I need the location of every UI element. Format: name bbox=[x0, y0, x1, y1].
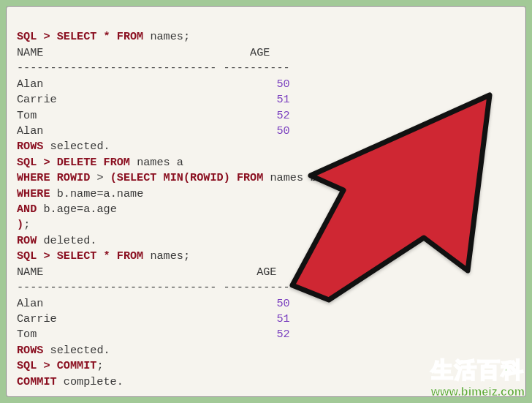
kw-min: MIN bbox=[164, 171, 183, 184]
cell-pad bbox=[43, 78, 276, 91]
ident-names: names bbox=[150, 30, 183, 43]
spacer bbox=[43, 265, 256, 279]
sql-terminal: SQL > SELECT * FROM names; NAME AGE ----… bbox=[6, 6, 526, 397]
prompt-gt: > bbox=[43, 359, 50, 372]
kw-commit: COMMIT bbox=[17, 375, 57, 388]
kw-row: ROW bbox=[17, 234, 37, 247]
cell-age: 52 bbox=[276, 109, 289, 122]
cell-pad bbox=[37, 328, 276, 341]
col-name: NAME bbox=[17, 46, 43, 59]
punct-semi: ; bbox=[183, 30, 190, 43]
kw-select: SELECT bbox=[57, 249, 97, 263]
punct-dot: . bbox=[50, 203, 57, 216]
kw-where: WHERE bbox=[17, 171, 50, 184]
alias-b: b bbox=[57, 187, 64, 200]
op-eq: = bbox=[77, 203, 83, 216]
col-age: AGE bbox=[256, 265, 276, 279]
ident-age: age bbox=[57, 203, 77, 216]
cell-age: 52 bbox=[276, 328, 289, 341]
kw-select: SELECT bbox=[117, 171, 157, 184]
cell-age: 50 bbox=[276, 297, 289, 310]
cell-age: 50 bbox=[276, 78, 289, 91]
cell-age: 51 bbox=[276, 312, 289, 325]
alias-b: b bbox=[310, 171, 316, 184]
cell-name: Alan bbox=[17, 297, 43, 310]
ident-name: name bbox=[70, 187, 96, 200]
msg-deleted: deleted. bbox=[37, 234, 96, 247]
msg-selected: selected. bbox=[43, 344, 110, 357]
kw-where: WHERE bbox=[17, 187, 50, 200]
ident-names: names bbox=[137, 156, 170, 169]
msg-selected: selected. bbox=[43, 140, 110, 153]
col-age: AGE bbox=[250, 46, 270, 59]
kw-select: SELECT bbox=[57, 30, 97, 43]
punct-semi: ; bbox=[183, 249, 190, 263]
kw-from: FROM bbox=[117, 30, 143, 43]
kw-rowid: ROWID bbox=[57, 171, 91, 184]
op-gt: > bbox=[96, 171, 103, 184]
cell-pad bbox=[57, 93, 277, 106]
kw-commit: COMMIT bbox=[57, 359, 97, 372]
kw-rowid: ROWID bbox=[190, 171, 224, 184]
alias-a: a bbox=[104, 187, 110, 200]
spacer bbox=[43, 46, 250, 59]
ident-names: names bbox=[150, 249, 183, 263]
header-dashes: ------------------------------ ---------… bbox=[17, 281, 290, 294]
ident-name: name bbox=[117, 187, 143, 200]
prompt-gt: > bbox=[43, 156, 50, 169]
cell-name: Carrie bbox=[17, 312, 57, 325]
sql-prompt: SQL bbox=[17, 359, 37, 372]
cell-name: Alan bbox=[17, 124, 43, 138]
kw-star: * bbox=[104, 249, 110, 263]
kw-from: FROM bbox=[104, 156, 130, 169]
sql-prompt: SQL bbox=[17, 249, 37, 263]
punct-rparen: ) bbox=[17, 218, 23, 231]
punct-dot: . bbox=[64, 187, 70, 200]
cell-name: Alan bbox=[17, 78, 43, 91]
col-name: NAME bbox=[17, 265, 43, 279]
kw-rows: ROWS bbox=[17, 344, 43, 357]
ident-age: age bbox=[96, 203, 116, 216]
header-dashes: ------------------------------ ---------… bbox=[17, 61, 290, 75]
alias-a: a bbox=[83, 203, 90, 216]
punct-lparen: ( bbox=[183, 171, 190, 184]
alias-b: b bbox=[43, 203, 50, 216]
cell-age: 50 bbox=[276, 124, 289, 138]
kw-rows: ROWS bbox=[17, 140, 43, 153]
ident-names: names bbox=[270, 171, 303, 184]
kw-from: FROM bbox=[237, 171, 263, 184]
msg-complete: complete. bbox=[57, 375, 123, 388]
op-eq: = bbox=[96, 187, 103, 200]
cell-pad bbox=[43, 297, 276, 310]
cell-pad bbox=[37, 109, 276, 122]
kw-and: AND bbox=[17, 203, 37, 216]
sql-prompt: SQL bbox=[17, 30, 37, 43]
prompt-gt: > bbox=[43, 249, 50, 263]
cell-pad bbox=[57, 312, 277, 325]
kw-delete: DELETE bbox=[57, 156, 97, 169]
sql-prompt: SQL bbox=[17, 156, 37, 169]
alias-a: a bbox=[177, 156, 183, 169]
cell-age: 51 bbox=[276, 93, 289, 106]
kw-from: FROM bbox=[117, 249, 143, 263]
punct-lparen: ( bbox=[110, 171, 117, 184]
punct-semi: ; bbox=[96, 359, 103, 372]
cell-name: Carrie bbox=[17, 93, 57, 106]
cell-pad bbox=[43, 124, 276, 138]
punct-semi: ; bbox=[23, 218, 30, 231]
punct-dot: . bbox=[110, 187, 117, 200]
punct-rparen: ) bbox=[224, 171, 230, 184]
kw-star: * bbox=[104, 30, 110, 43]
cell-name: Tom bbox=[17, 328, 37, 341]
prompt-gt: > bbox=[43, 30, 50, 43]
cell-name: Tom bbox=[17, 109, 37, 122]
